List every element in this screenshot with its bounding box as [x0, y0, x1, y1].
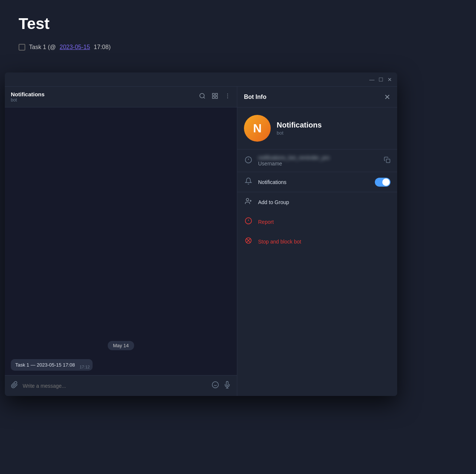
username-value: notifications_bot_reminder_pro [258, 155, 379, 161]
add-to-group-row[interactable]: Add to Group [237, 192, 397, 212]
chat-header: Notifications bot [5, 87, 237, 107]
date-separator: May 14 [103, 336, 139, 355]
bot-type: bot [277, 130, 322, 136]
close-window-button[interactable]: ✕ [387, 77, 393, 83]
message-bubble: Task 1 — 2023-05-15 17:08 17:12 [11, 359, 93, 371]
chat-status: bot [11, 97, 194, 103]
bot-avatar-section: N Notifications bot [237, 107, 397, 149]
maximize-button[interactable]: ☐ [378, 77, 384, 83]
username-label: Username [258, 161, 379, 167]
task-date-link[interactable]: 2023-05-15 [60, 44, 90, 51]
report-icon [244, 217, 253, 226]
chat-panel: Notifications bot [5, 87, 237, 396]
task-label: Task 1 (@ [29, 44, 56, 51]
date-badge: May 14 [108, 341, 134, 350]
bot-info-panel: Bot Info ✕ N Notifications bot notificat… [237, 87, 397, 396]
window-body: Notifications bot [5, 87, 397, 396]
svg-rect-2 [212, 93, 214, 95]
svg-rect-4 [212, 97, 214, 99]
avatar: N [244, 115, 271, 142]
svg-rect-5 [216, 97, 218, 99]
app-title: Test [19, 15, 457, 33]
bot-info-title: Bot Info [244, 94, 266, 100]
bot-name-section: Notifications bot [277, 121, 322, 136]
minimize-button[interactable]: — [369, 77, 375, 83]
svg-point-8 [227, 97, 228, 98]
task-time: 17:08) [94, 44, 110, 51]
svg-rect-3 [216, 93, 218, 95]
bot-info-header: Bot Info ✕ [237, 87, 397, 107]
more-icon[interactable] [224, 93, 231, 101]
message-input[interactable] [23, 383, 207, 389]
attachment-icon[interactable] [11, 381, 18, 390]
add-to-group-label: Add to Group [258, 199, 289, 205]
bell-icon [244, 177, 253, 187]
notifications-toggle[interactable] [375, 178, 390, 187]
message-text: Task 1 — 2023-05-15 17:08 [15, 362, 75, 368]
title-bar: — ☐ ✕ [5, 72, 397, 87]
task-checkbox[interactable] [19, 44, 25, 51]
toggle-knob [382, 178, 390, 186]
info-circle-icon [244, 156, 253, 165]
notifications-row: Notifications [237, 172, 397, 192]
chat-input-bar [5, 375, 237, 396]
mic-icon[interactable] [223, 381, 231, 390]
search-icon[interactable] [199, 93, 206, 101]
emoji-icon[interactable] [212, 381, 219, 390]
report-label: Report [258, 219, 274, 225]
username-row[interactable]: notifications_bot_reminder_pro Username [237, 149, 397, 172]
stop-block-row[interactable]: Stop and block bot [237, 232, 397, 251]
chat-header-info: Notifications bot [11, 91, 194, 103]
svg-rect-17 [386, 159, 390, 163]
bot-display-name: Notifications [277, 121, 322, 129]
stop-block-label: Stop and block bot [258, 239, 301, 245]
svg-line-1 [203, 97, 205, 98]
add-group-icon [244, 197, 253, 207]
chat-name: Notifications [11, 91, 194, 97]
notifications-label: Notifications [258, 179, 370, 185]
stop-icon [244, 237, 253, 246]
report-row[interactable]: Report [237, 212, 397, 232]
telegram-window: — ☐ ✕ Notifications bot [5, 72, 397, 396]
chat-messages[interactable]: May 14 Task 1 — 2023-05-15 17:08 17:12 [5, 107, 237, 375]
svg-point-9 [212, 382, 219, 388]
username-content: notifications_bot_reminder_pro Username [258, 155, 379, 167]
svg-point-18 [246, 199, 249, 201]
chat-header-icons [199, 93, 231, 101]
layout-icon[interactable] [212, 93, 218, 101]
copy-icon[interactable] [384, 157, 390, 165]
svg-point-7 [227, 96, 228, 96]
svg-point-0 [200, 93, 204, 98]
close-bot-info-button[interactable]: ✕ [384, 93, 390, 101]
message-time: 17:12 [80, 365, 90, 369]
svg-point-6 [227, 94, 228, 94]
